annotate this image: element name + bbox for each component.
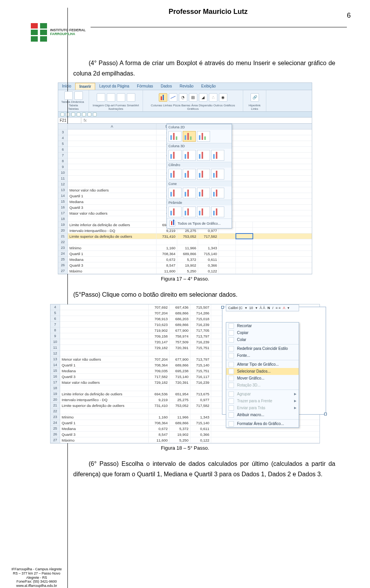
mini-toolbar: Calibri (C▾ 10▾ Â Â N I ≡ ≡ A ▾ — [226, 304, 299, 311]
clipart-icon — [107, 93, 115, 102]
paragraph-step6: (6° Passo) Escolha o intervalo de dados … — [73, 459, 335, 479]
line-chart-icon — [169, 93, 177, 102]
shapes-icon — [117, 93, 125, 102]
ribbon-tab: Inserir — [75, 83, 96, 90]
context-menu-item: Copiar — [226, 329, 299, 336]
ribbon-tab: Início — [58, 83, 75, 90]
table-row — [68, 239, 312, 245]
context-menu-item: Selecionar Dados... — [226, 368, 299, 375]
qat-save-icon — [61, 113, 64, 116]
stacked-column-2d-icon — [183, 131, 196, 142]
ribbon-tabs: InícioInserirLayout da PáginaFórmulasDad… — [58, 83, 312, 90]
context-menu-item: Mover Gráfico... — [226, 375, 299, 382]
header-rule-top — [91, 27, 347, 27]
table-row: Mínimo1,16011,9661,343 — [68, 245, 312, 251]
fx-icon: fx — [81, 118, 89, 123]
context-menu-item: Agrupar▶ — [226, 391, 299, 398]
table-row: Quartil 38,54719,9020,366 — [60, 432, 320, 437]
chart-context-menu: RecortarCopiarColarRedefinir para Coinci… — [226, 322, 299, 428]
formula-bar: F21 fx — [58, 118, 312, 124]
logo-mark — [31, 23, 48, 42]
hyperlink-icon: 🔗 — [251, 93, 259, 102]
context-menu-item: Rotação 3D... — [226, 382, 299, 389]
context-menu-item: Fonte... — [226, 352, 299, 359]
table-row: Intervalo interquartílico - DQ9,21925,27… — [68, 228, 312, 234]
smartart-icon — [127, 93, 135, 102]
page-number: 6 — [347, 12, 351, 20]
column-chart-dropdown: Coluna 2D Coluna 3D Cilindro Cone Pirâmi… — [166, 124, 232, 228]
institution-logo: INSTITUTO FEDERALFARROUPILHA — [31, 23, 86, 42]
table-row: Mediana0,6725,3720,611 — [68, 257, 312, 262]
context-menu-item: Atribuir macro... — [226, 412, 299, 418]
area-chart-icon: ◢ — [199, 93, 207, 102]
other-chart-icon: ◉ — [219, 93, 227, 102]
context-menu-item: Enviar para Trás▶ — [226, 405, 299, 412]
page-header: Professor Mauricio Lutz INSTITUTO FEDERA… — [23, 8, 347, 50]
excel-screenshot-2: 4567891011121314151617181920212223242526… — [50, 304, 320, 444]
context-menu-item: Alterar Tipo de Gráfico... — [226, 361, 299, 368]
pie-chart-icon: ◔ — [179, 93, 187, 102]
context-menu-item: Colar — [226, 336, 299, 343]
ribbon-tab: Layout da Página — [95, 83, 133, 90]
figure-18-caption: Figura 18 – 5° Passo. — [23, 445, 347, 451]
image-icon — [97, 93, 105, 102]
context-menu-item: Trazer para a Frente▶ — [226, 398, 299, 405]
scatter-chart-icon: ∴ — [209, 93, 217, 102]
qat-redo-icon — [71, 113, 75, 116]
ribbon-tab: Revisão — [176, 83, 197, 90]
table-icon — [74, 91, 83, 100]
qat-undo-icon — [66, 113, 70, 116]
figure-17-caption: Figura 17 – 4° Passo. — [23, 276, 347, 282]
quick-access-toolbar — [58, 112, 312, 118]
name-box: F21 — [58, 118, 81, 123]
table-row: Limite superior da definição de outliers… — [68, 234, 312, 239]
context-menu-item: Redefinir para Coincidir Estilo — [226, 345, 299, 352]
logo-text: INSTITUTO FEDERALFARROUPILHA — [50, 29, 86, 36]
excel-screenshot-1: InícioInserirLayout da PáginaFórmulasDad… — [58, 82, 312, 274]
ribbon-body: Tabela Dinâmica Tabela Tabelas Imagem Cl… — [58, 90, 312, 112]
table-row: Quartil 38,54719,9020,366 — [68, 262, 312, 268]
pivot-table-icon — [64, 91, 73, 100]
context-menu-item: Formatar Área do Gráfico... — [226, 420, 299, 427]
paragraph-step5: (5°Passo) Clique como o botão direito em… — [73, 289, 335, 300]
paragraph-step4: (4° Passo) A forma de criar um Boxplot é… — [73, 58, 335, 79]
column-chart-icon — [159, 93, 167, 102]
table-row: Máximo11,6005,2500,122 — [60, 437, 320, 443]
ribbon-tab: Dados — [157, 83, 176, 90]
table-row: Máximo11,6005,2500,122 — [68, 268, 312, 274]
ribbon-tab: Fórmulas — [133, 83, 157, 90]
ribbon-tab: Exibição — [197, 83, 220, 90]
all-charts-icon — [169, 220, 175, 227]
context-menu-item: Recortar — [226, 323, 299, 329]
bar-chart-icon: ▤ — [189, 93, 197, 102]
professor-title: Professor Mauricio Lutz — [23, 8, 347, 16]
table-row: Quartil 1708,364689,866715,140 — [68, 251, 312, 257]
page-footer: IFFarroupilha - Campus Alegrete RS – 377… — [8, 567, 66, 588]
row-headers-2: 4567891011121314151617181920212223242526… — [50, 304, 60, 443]
row-headers: 3456789101112131415161718192021222324252… — [58, 124, 68, 274]
